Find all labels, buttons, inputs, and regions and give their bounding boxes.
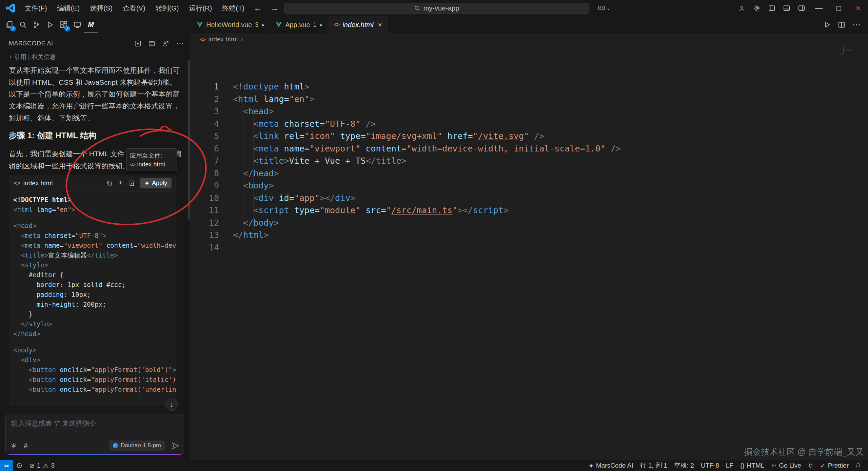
context-reference[interactable]: › 引用 | 相关信息: [9, 53, 56, 61]
scroll-to-bottom-button[interactable]: ↓: [165, 398, 178, 411]
ports-icon[interactable]: [805, 460, 817, 471]
code-line: <html lang="en">: [13, 205, 176, 214]
panel-more-icon[interactable]: ⋯: [176, 39, 184, 48]
status-bar: >< ⊘ 1 ⚠ 3 MarsCode AI 行 1, 列 1 空格: 2 UT…: [0, 460, 868, 471]
code-line: <script type="module" src="/src/main.ts"…: [233, 204, 861, 217]
share-icon[interactable]: [162, 40, 169, 47]
remote-indicator[interactable]: ><: [0, 460, 13, 471]
title-bar: 文件(F)编辑(E)选择(S)查看(V)转到(G)运行(R)终端(T) ⋯ ← …: [0, 0, 868, 16]
editor-more-actions[interactable]: ⋯: [852, 20, 861, 29]
send-icon[interactable]: [172, 442, 179, 449]
code-line: <button onclick="applyFormat('bold')">加粗…: [13, 365, 176, 375]
code-line: min-height: 200px;: [13, 300, 176, 309]
breadcrumb[interactable]: <> index.html › ...: [191, 33, 868, 45]
code-line: <meta charset="UTF-8" />: [233, 118, 861, 130]
status-encoding[interactable]: UTF-8: [697, 460, 723, 471]
status-prettier[interactable]: ✓ Prettier: [817, 460, 852, 471]
close-button[interactable]: ×: [848, 0, 868, 16]
search-project-name: my-vue-app: [423, 4, 459, 12]
model-logo-icon: [113, 443, 118, 448]
line-number: 7: [191, 155, 219, 167]
problems-indicator[interactable]: ⊘ 1 ⚠ 3: [26, 460, 58, 471]
forward-button[interactable]: →: [271, 3, 279, 13]
insert-code-icon[interactable]: [118, 180, 123, 186]
code-line: <title>富文本编辑器</title>: [13, 250, 176, 260]
broadcast-icon: [771, 463, 776, 468]
live-reload-icon[interactable]: [13, 460, 26, 471]
copilot-menu-button[interactable]: ⌄: [598, 0, 611, 16]
tab-close-icon[interactable]: ×: [378, 21, 382, 29]
menu-item[interactable]: 运行(R): [184, 4, 217, 13]
menu-overflow-button[interactable]: ⋯: [227, 3, 241, 12]
line-number: 3: [191, 105, 219, 118]
code-file-icon: <>: [14, 180, 20, 187]
skills-icon[interactable]: [11, 443, 17, 449]
run-debug-icon[interactable]: [43, 16, 57, 33]
search-sidebar-icon[interactable]: [16, 16, 30, 33]
extensions-icon[interactable]: 3: [57, 16, 71, 33]
second-bar: 2 3 M HelloWo: [0, 16, 868, 33]
minimize-button[interactable]: —: [809, 0, 829, 16]
tab-helloworld-vue[interactable]: HelloWorld.vue 3 ●: [191, 16, 270, 33]
juejin-watermark: 掘金技术社区 @ 自学前端_又又: [744, 446, 864, 457]
activity-bar: 2 3 M: [3, 16, 98, 33]
customize-layout-icon[interactable]: [794, 0, 809, 16]
notifications-bell-icon[interactable]: [852, 460, 865, 471]
panel-title: MARSCODE AI: [9, 40, 53, 47]
toggle-panel-icon[interactable]: [779, 0, 794, 16]
split-editor-icon[interactable]: [838, 21, 845, 28]
modified-dot-icon[interactable]: ●: [320, 22, 322, 27]
back-button[interactable]: ←: [254, 3, 262, 13]
new-file-from-code-icon[interactable]: [129, 180, 135, 186]
editor-watermark-signature: J~: [839, 43, 852, 57]
line-number: 1: [191, 81, 219, 93]
menu-item[interactable]: 文件(F): [20, 4, 52, 13]
maximize-button[interactable]: ▢: [829, 0, 848, 16]
status-indentation[interactable]: 空格: 2: [671, 460, 697, 471]
chat-input[interactable]: [6, 414, 184, 427]
marscode-ai-icon[interactable]: M: [84, 16, 98, 33]
line-number: 9: [191, 180, 219, 192]
code-line: padding: 10px;: [13, 290, 176, 300]
settings-gear-icon[interactable]: [749, 0, 764, 16]
history-icon[interactable]: [149, 40, 155, 47]
step-heading: 步骤 1: 创建 HTML 结构: [9, 130, 96, 141]
vscode-window: 文件(F)编辑(E)选择(S)查看(V)转到(G)运行(R)终端(T) ⋯ ← …: [0, 0, 868, 471]
code-line: <body>: [233, 180, 861, 192]
modified-dot-icon[interactable]: ●: [261, 22, 264, 27]
menu-item[interactable]: 转到(G): [151, 4, 184, 13]
status-marscode[interactable]: MarsCode AI: [585, 460, 637, 471]
remote-explorer-icon[interactable]: [71, 16, 84, 33]
toggle-sidebar-icon[interactable]: [764, 0, 779, 16]
status-language[interactable]: {} HTML: [737, 460, 768, 471]
line-number: 14: [191, 242, 219, 254]
line-number: 4: [191, 118, 219, 130]
apply-button[interactable]: Apply: [140, 178, 172, 188]
menu-item[interactable]: 查看(V): [118, 4, 151, 13]
tab-problems-badge: 3: [255, 21, 258, 28]
source-control-icon[interactable]: [30, 16, 43, 33]
line-numbers: 1234567891011121314: [191, 81, 225, 254]
status-go-live[interactable]: Go Live: [768, 460, 804, 471]
code-filename: index.html: [23, 180, 53, 187]
explorer-icon[interactable]: 2: [3, 16, 16, 33]
line-number: 6: [191, 143, 219, 155]
code-content[interactable]: <!doctype html><html lang="en"> <head> <…: [233, 81, 861, 250]
model-selector[interactable]: Doubao-1.5-pro: [109, 441, 165, 451]
code-line: border: 1px solid #ccc;: [13, 280, 176, 290]
menu-item[interactable]: 选择(S): [85, 4, 118, 13]
status-eol[interactable]: LF: [723, 460, 737, 471]
new-chat-icon[interactable]: [135, 40, 141, 47]
copy-code-icon[interactable]: [106, 180, 112, 186]
code-line: </style>: [13, 319, 176, 329]
marscode-icon: [589, 463, 594, 468]
run-file-icon[interactable]: [824, 21, 831, 28]
tab-app-vue[interactable]: App.vue 1 ●: [270, 16, 328, 33]
command-center-search[interactable]: my-vue-app: [284, 3, 589, 14]
commands-hash-icon[interactable]: #: [24, 442, 27, 450]
chat-scrollbar[interactable]: [188, 60, 190, 220]
account-button[interactable]: [734, 0, 749, 16]
tab-index-html[interactable]: <> index.html ×: [328, 16, 388, 33]
menu-item[interactable]: 编辑(E): [52, 4, 85, 13]
status-cursor-position[interactable]: 行 1, 列 1: [637, 460, 671, 471]
